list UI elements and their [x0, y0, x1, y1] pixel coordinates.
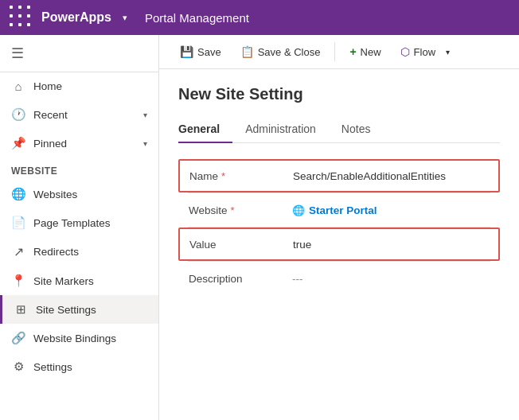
sidebar-item-websites[interactable]: 🌐 Websites: [0, 180, 158, 208]
save-close-icon: 📋: [240, 45, 254, 58]
sidebar-item-site-markers[interactable]: 📍 Site Markers: [0, 266, 158, 295]
sidebar-label-site-settings: Site Settings: [36, 304, 147, 316]
flow-button-group: ⬡ Flow ▾: [392, 41, 450, 62]
save-close-label: Save & Close: [258, 46, 321, 58]
main-layout: ☰ ⌂ Home 🕐 Recent ▾ 📌 Pinned ▾ Website 🌐…: [0, 35, 519, 420]
settings-icon: ⚙: [11, 360, 25, 374]
home-icon: ⌂: [11, 80, 25, 93]
description-field-row: Description ---: [178, 262, 500, 295]
sidebar-label-page-templates: Page Templates: [33, 217, 147, 229]
form-section: Name* Search/EnableAdditionalEntities We…: [178, 159, 500, 295]
content-area: 💾 Save 📋 Save & Close + New ⬡ Flow ▾: [159, 35, 519, 420]
flow-chevron-icon[interactable]: ▾: [446, 48, 450, 56]
sidebar-item-pinned[interactable]: 📌 Pinned ▾: [0, 129, 158, 158]
pinned-chevron-icon: ▾: [143, 139, 147, 148]
website-value[interactable]: 🌐 Starter Portal: [292, 204, 490, 216]
website-label: Website*: [189, 204, 292, 216]
portal-name: Portal Management: [145, 11, 249, 25]
toolbar: 💾 Save 📋 Save & Close + New ⬡ Flow ▾: [159, 35, 519, 69]
site-markers-icon: 📍: [11, 274, 25, 288]
flow-icon: ⬡: [400, 45, 410, 58]
description-value[interactable]: ---: [292, 273, 490, 285]
top-bar: PowerApps ▾ Portal Management: [0, 0, 519, 35]
new-button[interactable]: + New: [341, 41, 388, 62]
sidebar-label-home: Home: [33, 80, 147, 92]
toolbar-divider: [334, 42, 335, 61]
sidebar-item-settings[interactable]: ⚙ Settings: [0, 352, 158, 381]
recent-icon: 🕐: [11, 107, 25, 122]
globe-icon: 🌐: [292, 204, 305, 216]
sidebar-item-site-settings[interactable]: ⊞ Site Settings: [0, 295, 158, 324]
tab-general[interactable]: General: [178, 116, 232, 143]
website-required-marker: *: [231, 204, 235, 216]
save-label: Save: [197, 46, 221, 58]
sidebar-item-home[interactable]: ⌂ Home: [0, 72, 158, 100]
tabs: General Administration Notes: [178, 116, 500, 143]
page-content: New Site Setting General Administration …: [159, 69, 519, 420]
value-field-row: Value true: [178, 228, 500, 261]
value-value[interactable]: true: [293, 239, 489, 251]
page-templates-icon: 📄: [11, 216, 25, 230]
websites-icon: 🌐: [11, 187, 25, 201]
sidebar-item-redirects[interactable]: ↗ Redirects: [0, 237, 158, 266]
name-value[interactable]: Search/EnableAdditionalEntities: [293, 170, 489, 182]
pinned-icon: 📌: [11, 136, 25, 150]
redirects-icon: ↗: [11, 244, 25, 259]
sidebar-label-settings: Settings: [33, 361, 147, 373]
name-required-marker: *: [221, 170, 225, 182]
website-bindings-icon: 🔗: [11, 331, 25, 345]
page-title: New Site Setting: [178, 85, 500, 103]
sidebar-section-website: Website: [0, 158, 158, 180]
sidebar-label-recent: Recent: [33, 109, 135, 121]
apps-grid-icon[interactable]: [10, 6, 33, 29]
site-settings-icon: ⊞: [14, 302, 28, 317]
description-label: Description: [189, 273, 292, 285]
tab-administration[interactable]: Administration: [232, 116, 329, 143]
name-label: Name*: [189, 170, 293, 182]
sidebar-label-websites: Websites: [33, 189, 147, 200]
value-label: Value: [189, 239, 293, 251]
website-field-row: Website* 🌐 Starter Portal: [178, 193, 500, 227]
new-label: New: [361, 46, 381, 58]
app-chevron-icon[interactable]: ▾: [123, 13, 127, 23]
recent-chevron-icon: ▾: [143, 111, 147, 119]
sidebar-item-recent[interactable]: 🕐 Recent ▾: [0, 100, 158, 129]
sidebar-item-website-bindings[interactable]: 🔗 Website Bindings: [0, 324, 158, 352]
save-icon: 💾: [180, 45, 193, 58]
new-icon: +: [349, 45, 356, 58]
hamburger-icon[interactable]: ☰: [0, 35, 158, 72]
save-close-button[interactable]: 📋 Save & Close: [232, 41, 329, 62]
sidebar-label-website-bindings: Website Bindings: [33, 332, 147, 344]
sidebar: ☰ ⌂ Home 🕐 Recent ▾ 📌 Pinned ▾ Website 🌐…: [0, 35, 159, 420]
name-field-row: Name* Search/EnableAdditionalEntities: [178, 159, 500, 192]
sidebar-label-redirects: Redirects: [33, 246, 147, 258]
app-name: PowerApps: [41, 10, 111, 25]
sidebar-item-page-templates[interactable]: 📄 Page Templates: [0, 208, 158, 237]
tab-notes[interactable]: Notes: [329, 116, 384, 143]
flow-label: Flow: [414, 46, 435, 58]
save-button[interactable]: 💾 Save: [172, 41, 229, 62]
flow-button[interactable]: ⬡ Flow: [392, 41, 443, 62]
sidebar-label-pinned: Pinned: [33, 138, 135, 150]
sidebar-label-site-markers: Site Markers: [33, 275, 147, 287]
